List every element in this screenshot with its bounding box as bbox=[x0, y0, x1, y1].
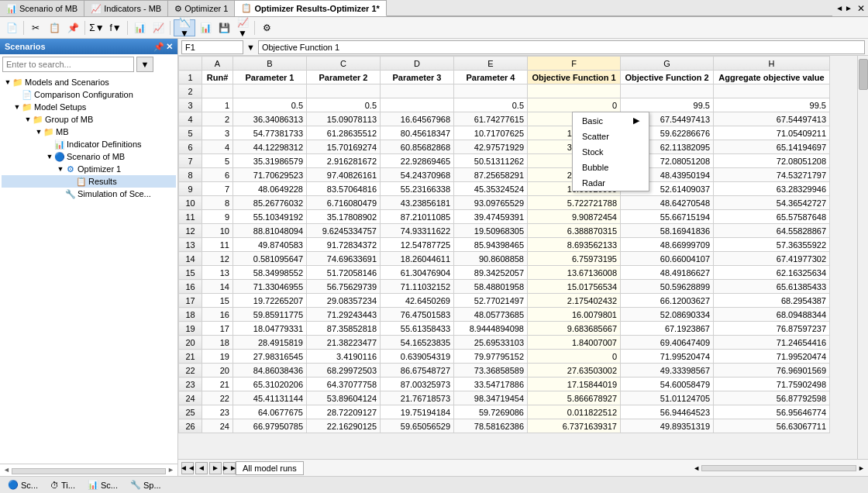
nav-next[interactable]: ► bbox=[209, 462, 222, 474]
cell[interactable] bbox=[714, 84, 830, 98]
cell[interactable]: 89.34252057 bbox=[454, 266, 528, 280]
cell[interactable]: 54.36542727 bbox=[714, 196, 830, 210]
cell[interactable]: 21.76718573 bbox=[381, 391, 454, 405]
cell[interactable]: 22.16290125 bbox=[307, 419, 381, 433]
cell[interactable]: 0.639054319 bbox=[381, 350, 454, 364]
cell[interactable]: 27.63503002 bbox=[528, 364, 621, 378]
cell[interactable]: 67.41977302 bbox=[714, 252, 830, 266]
cell[interactable]: 2 bbox=[202, 112, 233, 126]
cell[interactable]: 35.17808902 bbox=[307, 210, 381, 224]
cell[interactable]: 9.90872454 bbox=[528, 210, 621, 224]
close-icon[interactable]: ✕ bbox=[166, 42, 173, 52]
cell[interactable] bbox=[528, 84, 621, 98]
cell[interactable]: 28.72209127 bbox=[307, 405, 381, 419]
search-input[interactable] bbox=[2, 57, 134, 72]
scroll-left[interactable]: ◄ bbox=[693, 464, 700, 472]
nav-first[interactable]: ◄◄ bbox=[181, 462, 194, 474]
cell[interactable]: 54.16523835 bbox=[381, 336, 454, 350]
cell[interactable]: 71.11032152 bbox=[381, 280, 454, 294]
tree-item-comparison[interactable]: ▶ 📄 Comparison Configuration bbox=[2, 88, 176, 101]
cell[interactable]: 73.36858589 bbox=[454, 364, 528, 378]
tree-item-mb[interactable]: ▼ 📁 MB bbox=[2, 126, 176, 138]
cell[interactable]: 59.65056529 bbox=[381, 419, 454, 433]
cell[interactable]: 12 bbox=[202, 252, 233, 266]
cell[interactable]: 65.14194697 bbox=[714, 140, 830, 154]
scrollbar-thumb[interactable] bbox=[859, 59, 868, 90]
cell[interactable] bbox=[381, 98, 454, 112]
cell[interactable]: 9 bbox=[202, 210, 233, 224]
expand-icon[interactable]: ▼ bbox=[56, 164, 65, 174]
cell[interactable]: 12.54787725 bbox=[381, 238, 454, 252]
cell[interactable]: 58.48801958 bbox=[454, 280, 528, 294]
tree-item-simulation[interactable]: ▶ 🔧 Simulation of Sce... bbox=[2, 188, 176, 200]
cell[interactable]: 19.75194184 bbox=[381, 405, 454, 419]
cell[interactable] bbox=[381, 84, 454, 98]
col-header-B[interactable]: B bbox=[233, 57, 307, 71]
scrollbar-vertical[interactable] bbox=[857, 56, 868, 459]
expand-icon[interactable]: ▼ bbox=[23, 115, 33, 124]
tab-optimizer-results[interactable]: 📋 Optimizer Results-Optimizer 1* bbox=[235, 0, 386, 16]
col-header-G[interactable]: G bbox=[621, 57, 714, 71]
cell[interactable]: 69.40647409 bbox=[621, 336, 714, 350]
tab-optimizer1[interactable]: ⚙ Optimizer 1 bbox=[168, 0, 235, 16]
col-header-F[interactable]: F bbox=[528, 57, 621, 71]
cell[interactable]: 98.34719454 bbox=[454, 391, 528, 405]
cell[interactable]: 5.722721788 bbox=[528, 196, 621, 210]
cell[interactable]: 0 bbox=[528, 98, 621, 112]
col-header-E[interactable]: E bbox=[454, 57, 528, 71]
cell[interactable]: 29.08357234 bbox=[307, 294, 381, 308]
toolbar-paste[interactable]: 📌 bbox=[64, 19, 81, 36]
cell[interactable]: 6.75973195 bbox=[528, 252, 621, 266]
cell[interactable]: 80.45618347 bbox=[381, 126, 454, 140]
cell[interactable]: 99.5 bbox=[714, 98, 830, 112]
formula-input[interactable] bbox=[258, 40, 865, 54]
nav-last[interactable]: ►► bbox=[223, 462, 236, 474]
toolbar-chart2[interactable]: 📈 bbox=[150, 19, 167, 36]
cell[interactable]: 68.09488344 bbox=[714, 308, 830, 322]
cell[interactable]: 91.72834372 bbox=[307, 238, 381, 252]
cell[interactable]: 14 bbox=[202, 280, 233, 294]
cell[interactable]: 87.35852818 bbox=[307, 322, 381, 336]
sheet-tab[interactable]: All model runs bbox=[236, 461, 304, 475]
cell[interactable]: 66.97950785 bbox=[233, 419, 307, 433]
status-tab-sc1[interactable]: 🔵 Sc... bbox=[3, 478, 43, 491]
cell[interactable]: Objective Function 1 bbox=[528, 71, 621, 84]
cell[interactable]: Aggregate objective value bbox=[714, 71, 830, 84]
toolbar-cut[interactable]: ✂ bbox=[27, 19, 44, 36]
cell[interactable]: 23 bbox=[202, 405, 233, 419]
cell[interactable]: 64.37077758 bbox=[307, 378, 381, 391]
cell[interactable]: 0.581095647 bbox=[233, 252, 307, 266]
chart-menu-basic[interactable]: Basic ▶ bbox=[573, 112, 649, 129]
cell[interactable]: 27.98316545 bbox=[233, 350, 307, 364]
tab-indicators-mb[interactable]: 📈 Indicators - MB bbox=[84, 0, 168, 16]
expand-icon[interactable]: ▼ bbox=[12, 102, 22, 112]
cell[interactable]: 76.96901569 bbox=[714, 364, 830, 378]
cell[interactable]: 7 bbox=[202, 182, 233, 196]
cell[interactable]: 0.011822512 bbox=[528, 405, 621, 419]
cell[interactable]: 15.01756534 bbox=[528, 280, 621, 294]
chart-menu-bubble[interactable]: Bubble bbox=[573, 160, 649, 175]
tree-item-optimizer[interactable]: ▼ ⚙ Optimizer 1 bbox=[2, 163, 176, 175]
cell[interactable]: 16 bbox=[202, 308, 233, 322]
toolbar-export[interactable]: 💾 bbox=[215, 19, 232, 36]
cell[interactable]: 4 bbox=[202, 140, 233, 154]
cell[interactable]: 19.50968305 bbox=[454, 224, 528, 238]
cell[interactable]: 72.08051208 bbox=[714, 154, 830, 168]
cell[interactable]: 64.0677675 bbox=[233, 405, 307, 419]
cell[interactable]: 54.24370968 bbox=[381, 168, 454, 182]
cell[interactable]: 65.57587648 bbox=[714, 210, 830, 224]
expand-icon[interactable]: ▼ bbox=[45, 152, 54, 161]
cell[interactable]: 42.97571929 bbox=[454, 140, 528, 154]
tree-item-scenario[interactable]: ▼ 🔵 Scenario of MB bbox=[2, 150, 176, 163]
col-header-A[interactable]: A bbox=[202, 57, 233, 71]
cell[interactable]: Objective Function 2 bbox=[621, 71, 714, 84]
cell[interactable]: 78.58162386 bbox=[454, 419, 528, 433]
cell[interactable]: 3 bbox=[202, 126, 233, 140]
cell[interactable]: 71.05409211 bbox=[714, 126, 830, 140]
toolbar-chart1[interactable]: 📊 bbox=[131, 19, 148, 36]
cell[interactable]: 71.33046955 bbox=[233, 280, 307, 294]
tab-nav-left[interactable]: ◄ bbox=[835, 4, 843, 12]
cell[interactable]: 56.75629739 bbox=[307, 280, 381, 294]
col-header-C[interactable]: C bbox=[307, 57, 381, 71]
cell[interactable]: 63.28329946 bbox=[714, 182, 830, 196]
